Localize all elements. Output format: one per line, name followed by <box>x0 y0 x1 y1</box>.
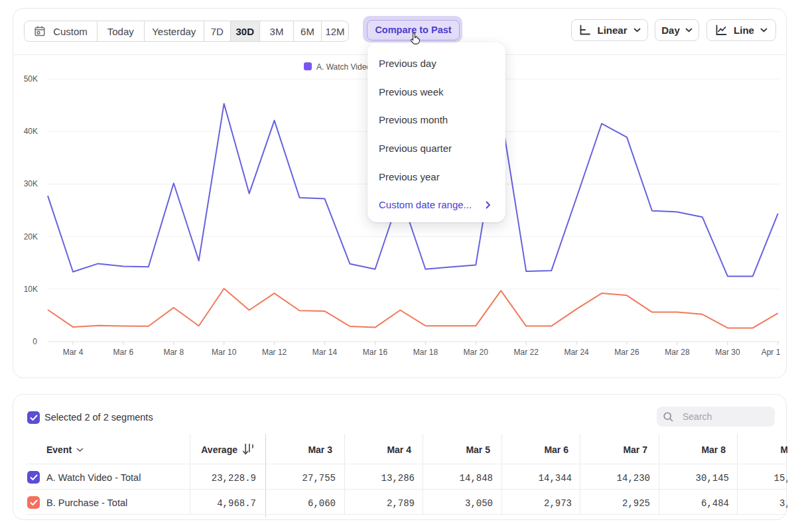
svg-text:Mar 10: Mar 10 <box>212 348 237 357</box>
svg-text:Mar 26: Mar 26 <box>614 348 639 357</box>
svg-text:Mar 8: Mar 8 <box>163 348 184 357</box>
svg-text:Mar 6: Mar 6 <box>113 348 134 357</box>
svg-text:40K: 40K <box>24 127 38 136</box>
svg-text:0: 0 <box>33 337 37 346</box>
svg-text:Mar 30: Mar 30 <box>715 348 740 357</box>
svg-text:Mar 14: Mar 14 <box>312 348 338 357</box>
svg-text:50K: 50K <box>24 74 38 84</box>
svg-text:Mar 24: Mar 24 <box>564 348 589 357</box>
svg-text:20K: 20K <box>24 232 38 241</box>
svg-text:10K: 10K <box>24 285 38 294</box>
svg-text:Mar 12: Mar 12 <box>262 348 287 357</box>
svg-text:Apr 1: Apr 1 <box>762 348 781 357</box>
svg-text:Mar 22: Mar 22 <box>514 348 539 357</box>
svg-text:Mar 4: Mar 4 <box>63 348 84 357</box>
svg-text:Mar 28: Mar 28 <box>665 348 690 357</box>
svg-text:30K: 30K <box>24 179 38 188</box>
svg-text:Mar 20: Mar 20 <box>464 348 489 357</box>
svg-text:Mar 16: Mar 16 <box>363 348 388 357</box>
svg-text:Mar 18: Mar 18 <box>413 348 438 357</box>
